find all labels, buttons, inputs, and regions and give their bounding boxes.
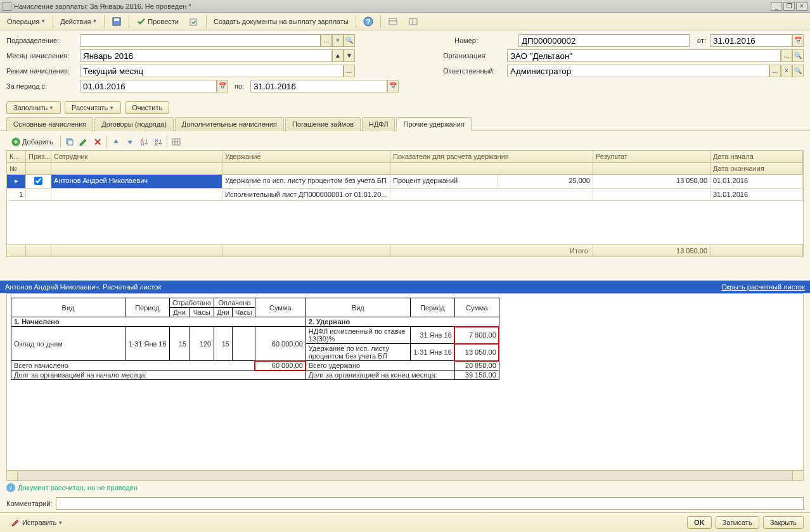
period-from-calendar-button[interactable]: 📅 xyxy=(217,80,228,92)
resp-label: Ответственный: xyxy=(443,67,503,75)
fix-button[interactable]: Исправить ▼ xyxy=(6,516,67,529)
ok-button[interactable]: OK xyxy=(687,516,712,529)
col-date-start[interactable]: Дата начала xyxy=(710,151,803,162)
move-down-icon[interactable] xyxy=(124,136,136,148)
subdivision-clear-button[interactable]: × xyxy=(332,34,344,47)
maximize-button[interactable]: ❐ xyxy=(783,2,795,11)
resp-clear-button[interactable]: × xyxy=(781,65,792,77)
col-date-end[interactable]: Дата окончания xyxy=(710,163,803,174)
hide-payslip-link[interactable]: Скрыть расчетный листок xyxy=(721,283,805,291)
col-result[interactable]: Результат xyxy=(593,151,710,162)
cell-deduction[interactable]: Удержание по исп. листу процентом без уч… xyxy=(222,175,390,189)
cell-indicator-name[interactable]: Процент удержаний xyxy=(390,175,498,189)
resp-input[interactable] xyxy=(507,65,769,77)
comment-input[interactable] xyxy=(56,497,804,510)
tab-other-deductions[interactable]: Прочие удержания xyxy=(396,117,471,131)
date-input[interactable] xyxy=(710,34,792,47)
row-checkbox[interactable] xyxy=(34,177,42,185)
operation-menu[interactable]: Операция ▼ xyxy=(3,16,50,27)
sort-asc-icon[interactable]: АЯ xyxy=(138,136,150,148)
app-icon xyxy=(3,2,11,11)
org-select-button[interactable]: ... xyxy=(781,49,792,62)
table-settings-icon[interactable] xyxy=(170,136,183,148)
close-button[interactable]: × xyxy=(796,2,807,11)
deductions-grid: К... Приз... Сотрудник Удержание Показат… xyxy=(6,150,804,257)
cell-date-start[interactable]: 01.01.2016 xyxy=(710,175,803,189)
col-indicators[interactable]: Показатели для расчета удержания xyxy=(390,151,593,162)
number-label: Номер: xyxy=(454,37,515,44)
month-down-button[interactable]: ▼ xyxy=(344,49,355,62)
mode-input[interactable] xyxy=(80,65,344,77)
cell-date-end[interactable]: 31.01.2016 xyxy=(710,189,803,201)
close-form-button[interactable]: Закрыть xyxy=(763,516,804,529)
cell-indicator-value[interactable]: 25,000 xyxy=(498,175,593,189)
footer-total-value: 13 050,00 xyxy=(593,245,710,256)
deduction-sum-cell: 13 050,00 xyxy=(454,344,499,361)
subdivision-open-button[interactable]: 🔍 xyxy=(344,34,355,47)
number-input[interactable] xyxy=(518,34,690,47)
delete-row-icon[interactable] xyxy=(91,136,104,148)
svg-rect-11 xyxy=(68,140,73,145)
copy-row-icon[interactable] xyxy=(63,136,76,148)
fill-button[interactable]: Заполнить ▼ xyxy=(6,101,61,114)
config2-icon[interactable] xyxy=(404,15,423,28)
cell-result[interactable]: 13 050,00 xyxy=(593,175,710,189)
org-label: Организация: xyxy=(443,52,503,60)
subdivision-select-button[interactable]: ... xyxy=(321,34,332,47)
svg-rect-2 xyxy=(190,19,196,25)
add-row-button[interactable]: Добавить xyxy=(6,135,58,149)
tab-loan-repayment[interactable]: Погашение займов xyxy=(285,117,361,131)
tabs: Основные начисления Договоры (подряда) Д… xyxy=(0,117,810,131)
actions-menu[interactable]: Действия ▼ xyxy=(56,16,101,27)
tab-contracts[interactable]: Договоры (подряда) xyxy=(94,117,174,131)
org-open-button[interactable]: 🔍 xyxy=(792,49,804,62)
footer-total-label: Итого: xyxy=(390,245,593,256)
col-priz[interactable]: Приз... xyxy=(26,151,51,162)
period-to-calendar-button[interactable]: 📅 xyxy=(387,80,399,92)
tab-additional-accruals[interactable]: Дополнительные начисления xyxy=(175,117,284,131)
cell-deduction-doc[interactable]: Исполнительный лист ДП000000001 от 01.01… xyxy=(222,189,390,201)
table-toolbar: Добавить АЯ ЯА xyxy=(6,134,804,150)
create-payment-docs-button[interactable]: Создать документы на выплату зарплаты xyxy=(209,16,353,27)
svg-text:Я: Я xyxy=(141,142,144,146)
ndfl-sum-cell: 7 800,00 xyxy=(454,327,499,344)
minimize-button[interactable]: _ xyxy=(771,2,782,11)
move-up-icon[interactable] xyxy=(110,136,122,148)
table-row[interactable]: 1 Исполнительный лист ДП000000001 от 01.… xyxy=(7,189,803,201)
cell-employee[interactable]: Антонов Андрей Николаевич xyxy=(51,175,222,189)
col-deduction[interactable]: Удержание xyxy=(222,151,390,162)
svg-rect-5 xyxy=(389,18,397,25)
month-up-button[interactable]: ▲ xyxy=(332,49,344,62)
tab-main-accruals[interactable]: Основные начисления xyxy=(6,117,93,131)
period-from-input[interactable] xyxy=(80,80,217,92)
edit-row-icon[interactable] xyxy=(77,136,90,148)
month-input[interactable] xyxy=(80,49,332,62)
resp-select-button[interactable]: ... xyxy=(769,65,781,77)
period-to-input[interactable] xyxy=(250,80,387,92)
table-row[interactable]: ▸ Антонов Андрей Николаевич Удержание по… xyxy=(7,175,803,189)
config-icon[interactable] xyxy=(383,15,402,28)
resp-open-button[interactable]: 🔍 xyxy=(792,65,804,77)
row-marker-icon: ▸ xyxy=(7,175,26,189)
date-calendar-button[interactable]: 📅 xyxy=(792,34,804,47)
save-button[interactable]: Записать xyxy=(716,516,759,529)
clear-button[interactable]: Очистить xyxy=(125,101,169,114)
post-button[interactable]: Провести xyxy=(132,15,183,28)
calc-button[interactable]: Рассчитать ▼ xyxy=(65,101,121,114)
horizontal-scrollbar[interactable] xyxy=(6,471,804,481)
window-title: Начисление зарплаты: За Январь 2016. Не … xyxy=(14,3,771,10)
svg-text:А: А xyxy=(155,142,158,146)
post-icon-button[interactable] xyxy=(184,15,203,28)
sort-desc-icon[interactable]: ЯА xyxy=(151,136,164,148)
col-employee[interactable]: Сотрудник xyxy=(51,151,222,162)
org-input[interactable] xyxy=(507,49,781,62)
svg-rect-7 xyxy=(409,18,417,25)
month-label: Месяц начисления: xyxy=(6,52,76,60)
help-icon[interactable]: ? xyxy=(359,15,378,28)
tab-ndfl[interactable]: НДФЛ xyxy=(362,117,395,131)
col-k[interactable]: К... xyxy=(7,151,26,162)
save-icon-button[interactable] xyxy=(107,15,126,28)
subdivision-input[interactable] xyxy=(80,34,321,47)
mode-select-button[interactable]: ... xyxy=(344,65,355,77)
col-n[interactable]: № xyxy=(7,163,26,174)
